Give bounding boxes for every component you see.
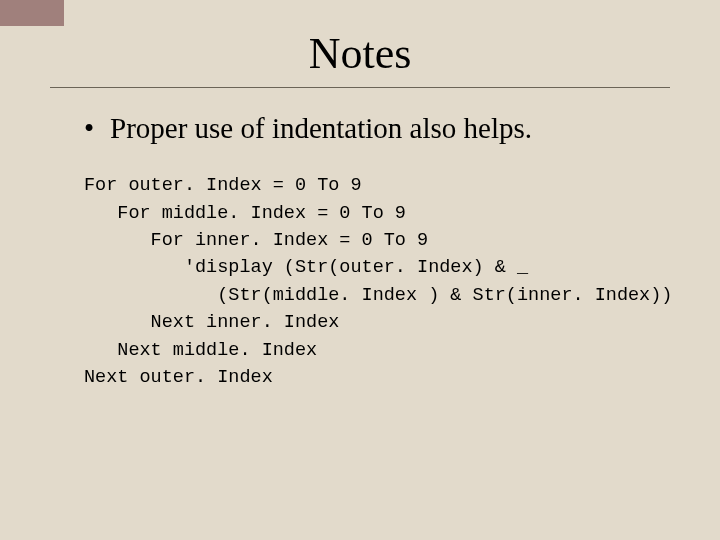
slide-title: Notes — [40, 28, 680, 79]
code-line: Next inner. Index — [84, 312, 339, 333]
code-line: 'display (Str(outer. Index) & _ — [84, 257, 528, 278]
slide: Notes Proper use of indentation also hel… — [0, 0, 720, 540]
code-line: For outer. Index = 0 To 9 — [84, 175, 362, 196]
code-line: Next middle. Index — [84, 340, 317, 361]
code-block: For outer. Index = 0 To 9 For middle. In… — [84, 172, 680, 391]
bullet-item: Proper use of indentation also helps. — [84, 110, 680, 146]
code-line: For inner. Index = 0 To 9 — [84, 230, 428, 251]
code-line: Next outer. Index — [84, 367, 273, 388]
code-line: (Str(middle. Index ) & Str(inner. Index)… — [84, 285, 672, 306]
code-line: For middle. Index = 0 To 9 — [84, 203, 406, 224]
title-divider — [50, 87, 670, 88]
bullet-list: Proper use of indentation also helps. — [84, 110, 680, 146]
logo-block — [0, 0, 64, 26]
